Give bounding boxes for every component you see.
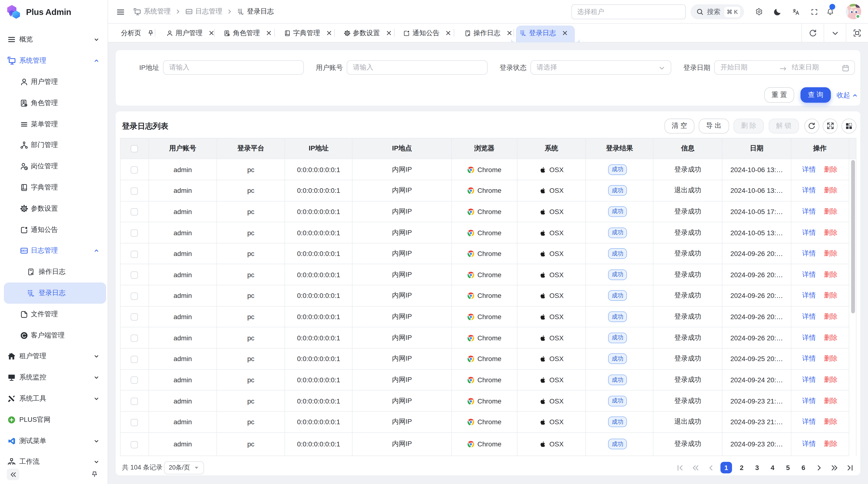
svg-text:DEV: DEV	[21, 250, 27, 252]
svg-text:DEV: DEV	[187, 10, 192, 13]
